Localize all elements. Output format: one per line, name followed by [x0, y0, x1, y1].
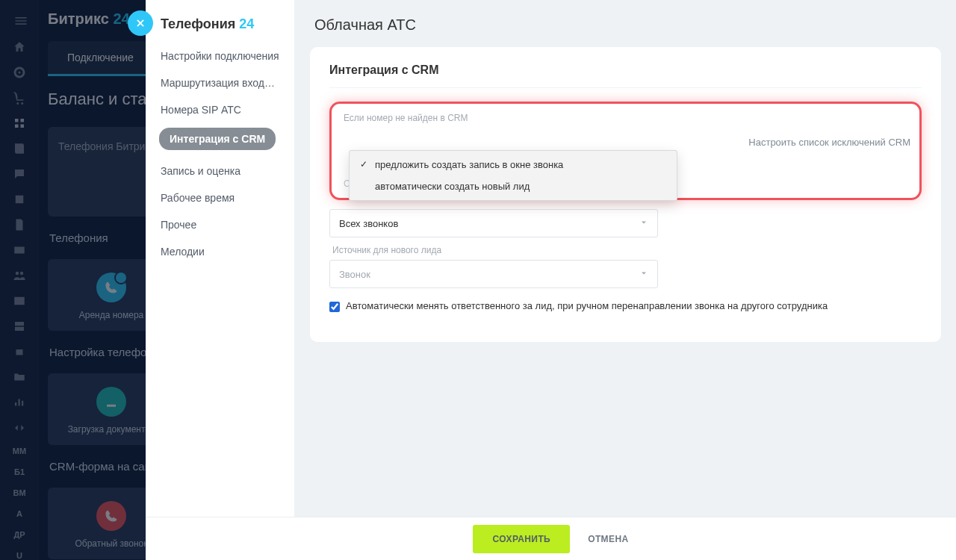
chevron-down-icon [639, 218, 648, 229]
select-value: Звонок [339, 269, 370, 280]
settings-card: Интеграция с CRM Если номер не найден в … [310, 47, 941, 342]
checkbox-input[interactable] [329, 302, 340, 312]
chevron-down-icon [639, 269, 648, 280]
auto-reassign-checkbox[interactable]: Автоматически менять ответственного за л… [329, 300, 922, 312]
section-heading: Интеграция с CRM [329, 63, 922, 88]
highlighted-setting: Если номер не найден в CRM предложить со… [329, 102, 922, 200]
close-panel-button[interactable] [128, 10, 153, 36]
save-button[interactable]: Сохранить [473, 525, 570, 553]
slide-panel: Телефония 24 Настройки подключения Маршр… [146, 0, 956, 560]
dropdown-options: предложить создать запись в окне звонка … [349, 150, 677, 201]
option-auto-lead[interactable]: автоматически создать новый лид [350, 175, 677, 197]
nav-working-hours[interactable]: Рабочее время [146, 184, 294, 211]
footer-actions: Сохранить Отмена [146, 517, 956, 560]
option-suggest-create[interactable]: предложить создать запись в окне звонка [350, 154, 677, 175]
select-lead-for[interactable]: Всех звонков [329, 209, 658, 237]
panel-title: Телефония 24 [146, 16, 294, 43]
nav-other[interactable]: Прочее [146, 211, 294, 238]
configure-exclusions-link[interactable]: Настроить список исключений CRM [748, 137, 910, 148]
nav-melodies[interactable]: Мелодии [146, 238, 294, 265]
page-title: Облачная АТС [295, 0, 956, 47]
nav-routing[interactable]: Маршрутизация входящ… [146, 69, 294, 96]
checkbox-label: Автоматически менять ответственного за л… [346, 300, 828, 311]
select-source[interactable]: Звонок [329, 260, 658, 288]
nav-crm-integration[interactable]: Интеграция с CRM [159, 128, 276, 150]
field-label-source: Источник для нового лида [332, 245, 922, 255]
settings-nav: Телефония 24 Настройки подключения Маршр… [146, 0, 295, 560]
nav-sip-numbers[interactable]: Номера SIP АТС [146, 96, 294, 123]
nav-recording[interactable]: Запись и оценка [146, 158, 294, 184]
select-value: Всех звонков [339, 218, 398, 229]
field-label-notfound: Если номер не найден в CRM [344, 113, 910, 123]
nav-connection-settings[interactable]: Настройки подключения [146, 43, 294, 69]
main-content: Облачная АТС Интеграция с CRM Если номер… [295, 0, 956, 560]
cancel-button[interactable]: Отмена [588, 534, 628, 544]
